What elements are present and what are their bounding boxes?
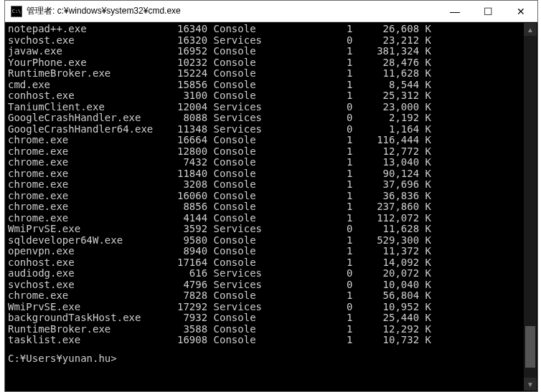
process-session-name: Services [207, 302, 280, 313]
process-memory: 20,072 K [352, 268, 431, 279]
process-name: chrome.exe [8, 157, 165, 168]
maximize-button[interactable]: ☐ [471, 1, 504, 21]
scroll-down-button[interactable]: ▼ [524, 378, 537, 391]
process-row: WmiPrvSE.exe17292Services010,952 K [8, 302, 535, 313]
process-pid: 7932 [165, 312, 207, 324]
window-title: 管理者: c:¥windows¥system32¥cmd.exe [27, 5, 438, 17]
process-name: cmd.exe [8, 80, 165, 91]
process-row: chrome.exe3208Console137,696 K [8, 179, 535, 191]
process-row: chrome.exe16060Console136,836 K [8, 191, 535, 202]
process-memory: 28,476 K [352, 57, 431, 69]
process-session: 0 [280, 279, 352, 291]
cmd-window: C:\ 管理者: c:¥windows¥system32¥cmd.exe — ☐… [4, 0, 538, 392]
process-memory: 116,444 K [352, 135, 431, 146]
process-session-name: Console [207, 246, 280, 257]
process-session-name: Services [207, 102, 280, 113]
process-session: 1 [280, 324, 352, 335]
process-session-name: Services [207, 279, 280, 291]
process-session: 1 [280, 146, 352, 158]
close-button[interactable]: ✕ [504, 1, 537, 21]
process-session-name: Console [207, 157, 280, 168]
process-pid: 16320 [165, 35, 207, 47]
process-name: chrome.exe [8, 179, 165, 191]
process-session-name: Console [207, 57, 280, 69]
process-pid: 4796 [165, 279, 207, 291]
process-pid: 16060 [165, 191, 207, 202]
process-pid: 3100 [165, 90, 207, 102]
process-session: 1 [280, 57, 352, 69]
process-pid: 12800 [165, 146, 207, 158]
process-session: 1 [280, 24, 352, 35]
process-session-name: Console [207, 201, 280, 213]
process-name: WmiPrvSE.exe [8, 302, 165, 313]
process-session: 1 [280, 290, 352, 302]
process-pid: 7828 [165, 290, 207, 302]
process-session-name: Services [207, 124, 280, 135]
process-session: 1 [280, 168, 352, 180]
process-pid: 8940 [165, 246, 207, 257]
process-name: svchost.exe [8, 279, 165, 291]
scroll-up-button[interactable]: ▲ [524, 23, 537, 36]
terminal-output[interactable]: notepad++.exe16340Console126,608 Ksvchos… [5, 22, 537, 391]
process-name: RuntimeBroker.exe [8, 68, 165, 80]
process-memory: 8,544 K [352, 80, 431, 91]
process-memory: 1,164 K [352, 124, 431, 135]
scroll-track[interactable] [524, 36, 537, 378]
process-pid: 16952 [165, 46, 207, 57]
process-name: notepad++.exe [8, 24, 165, 35]
process-session-name: Console [207, 290, 280, 302]
process-row: GoogleCrashHandler64.exe11348Services01,… [8, 124, 535, 135]
process-row: javaw.exe16952Console1381,324 K [8, 46, 535, 57]
process-name: chrome.exe [8, 290, 165, 302]
process-name: chrome.exe [8, 213, 165, 224]
process-session: 1 [280, 68, 352, 80]
process-session: 0 [280, 302, 352, 313]
process-row: RuntimeBroker.exe3588Console112,292 K [8, 324, 535, 335]
process-session-name: Services [207, 224, 280, 235]
process-memory: 237,860 K [352, 201, 431, 213]
process-session-name: Console [207, 46, 280, 57]
process-memory: 11,372 K [352, 246, 431, 257]
process-session-name: Services [207, 113, 280, 124]
process-pid: 17292 [165, 302, 207, 313]
process-memory: 10,732 K [352, 335, 431, 346]
process-session-name: Console [207, 312, 280, 324]
minimize-button[interactable]: — [438, 1, 471, 21]
command-prompt[interactable]: C:¥Users¥yunan.hu> [8, 353, 535, 365]
process-name: RuntimeBroker.exe [8, 324, 165, 335]
process-row: TaniumClient.exe12004Services023,000 K [8, 102, 535, 113]
process-row: chrome.exe8856Console1237,860 K [8, 201, 535, 213]
process-memory: 13,040 K [352, 157, 431, 168]
process-session-name: Services [207, 268, 280, 279]
process-session-name: Services [207, 35, 280, 47]
process-pid: 3592 [165, 224, 207, 235]
process-session-name: Console [207, 324, 280, 335]
process-row: svchost.exe16320Services023,212 K [8, 35, 535, 47]
title-bar[interactable]: C:\ 管理者: c:¥windows¥system32¥cmd.exe — ☐… [5, 1, 537, 22]
process-memory: 11,628 K [352, 224, 431, 235]
process-memory: 381,324 K [352, 46, 431, 57]
process-name: YourPhone.exe [8, 57, 165, 69]
process-session-name: Console [207, 80, 280, 91]
process-name: chrome.exe [8, 201, 165, 213]
process-session-name: Console [207, 146, 280, 158]
scroll-thumb[interactable] [525, 326, 535, 367]
process-name: backgroundTaskHost.exe [8, 312, 165, 324]
window-controls: — ☐ ✕ [438, 1, 537, 21]
process-session: 1 [280, 312, 352, 324]
process-session: 1 [280, 335, 352, 346]
process-pid: 9580 [165, 235, 207, 247]
process-memory: 529,300 K [352, 235, 431, 247]
process-session: 1 [280, 246, 352, 257]
process-session: 1 [280, 235, 352, 247]
process-pid: 16340 [165, 24, 207, 35]
process-session: 0 [280, 224, 352, 235]
process-row: conhost.exe3100Console125,312 K [8, 90, 535, 102]
process-memory: 12,772 K [352, 146, 431, 158]
process-pid: 12004 [165, 102, 207, 113]
process-session-name: Console [207, 191, 280, 202]
process-memory: 37,696 K [352, 179, 431, 191]
process-memory: 14,092 K [352, 257, 431, 269]
process-name: WmiPrvSE.exe [8, 224, 165, 235]
process-session: 1 [280, 257, 352, 269]
